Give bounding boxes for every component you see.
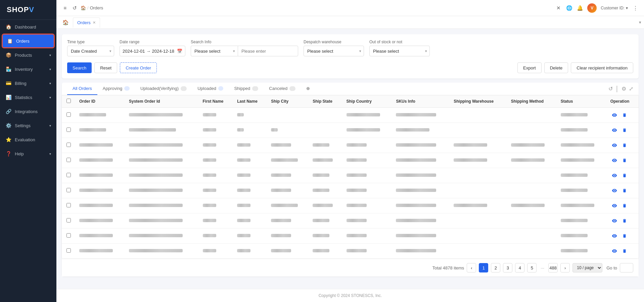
subtab-label: Shipped [234,86,250,91]
delete-row-icon[interactable] [620,126,629,134]
delete-row-icon[interactable] [620,156,629,164]
close-icon[interactable]: ✕ [555,5,562,11]
view-icon[interactable] [610,141,618,149]
sidebar-item-statistics[interactable]: 📊 Statistics ▾ [0,90,56,104]
dashboard-icon: 🏠 [5,24,11,30]
column-settings-icon[interactable]: │ [615,86,619,92]
page-4-button[interactable]: 4 [515,263,524,272]
breadcrumb-home-icon[interactable]: 🏠 [81,5,86,10]
delete-row-icon[interactable] [620,202,629,210]
chevron-down-icon: ▾ [49,67,51,71]
time-type-select[interactable]: Date Created Date Updated Date Shipped [67,46,114,56]
subtab-uploaded[interactable]: Uploaded [192,83,229,95]
close-tab-icon[interactable]: ✕ [93,20,96,25]
gear-icon[interactable]: ⚙ [622,86,626,92]
view-icon[interactable] [610,156,618,164]
select-all-col [62,95,75,108]
sidebar-item-inventory[interactable]: 🏪 Inventory ▾ [0,62,56,76]
home-tab-icon[interactable]: 🏠 [59,19,72,26]
create-order-button[interactable]: Create Order [120,62,157,73]
sidebar-item-orders[interactable]: 📋 Orders [3,35,54,47]
sidebar-item-settings[interactable]: ⚙️ Settings ▾ [0,118,56,133]
collapse-icon[interactable]: ▾ [639,20,641,25]
sidebar-item-products[interactable]: 📦 Products ▾ [0,48,56,62]
refresh-icon[interactable]: ↺ [71,5,78,11]
chevron-down-icon: ▾ [49,124,51,128]
view-icon[interactable] [610,111,618,119]
delete-button[interactable]: Delete [544,62,568,73]
row-checkbox[interactable] [66,158,71,162]
out-of-stock-select[interactable]: Please select [369,46,430,56]
clear-recipient-button[interactable]: Clear recipient information [571,62,633,73]
goto-input[interactable] [620,263,633,272]
view-icon[interactable] [610,202,618,210]
delete-row-icon[interactable] [620,247,629,255]
subtab-more[interactable]: ⊕ [301,83,315,95]
refresh-table-icon[interactable]: ↺ [608,86,613,92]
search-button[interactable]: Search [67,62,92,73]
row-checkbox[interactable] [66,218,71,222]
menu-icon[interactable]: ≡ [62,5,68,11]
table-cell [309,183,342,198]
table-cell [309,198,342,213]
delete-row-icon[interactable] [620,217,629,225]
bell-icon[interactable]: 🔔 [577,5,583,11]
delete-row-icon[interactable] [620,111,629,119]
delete-row-icon[interactable] [620,232,629,240]
search-info-input[interactable] [238,46,298,56]
sidebar-item-integrations[interactable]: 🔗 Integrations [0,104,56,118]
view-icon[interactable] [610,126,618,134]
chevron-down-icon[interactable]: ▾ [626,6,628,10]
despatch-select[interactable]: Please select [304,46,364,56]
delete-row-icon[interactable] [620,187,629,195]
tab-orders[interactable]: Orders ✕ [73,17,100,28]
row-checkbox[interactable] [66,233,71,238]
search-info-select[interactable]: Please select Order ID System Order Id [191,46,238,56]
search-info-label: Search Info [191,40,298,44]
export-button[interactable]: Export [517,62,542,73]
prev-page-button[interactable]: ‹ [467,263,476,272]
last-page-button[interactable]: 488 [548,263,558,272]
row-checkbox[interactable] [66,173,71,177]
subtab-uploaded-verifying[interactable]: Uploaded(Verifying) [135,83,192,95]
row-checkbox[interactable] [66,112,71,117]
page-5-button[interactable]: 5 [527,263,537,272]
next-page-button[interactable]: › [560,263,570,272]
table-cell [450,168,507,183]
page-3-button[interactable]: 3 [503,263,512,272]
table-cell [342,198,392,213]
sidebar-item-help[interactable]: ❓ Help ▾ [0,147,56,161]
table-cell [233,138,267,153]
sidebar-item-evaluation[interactable]: ⭐ Evaluation [0,133,56,147]
view-icon[interactable] [610,232,618,240]
page-2-button[interactable]: 2 [491,263,500,272]
table-row [62,153,639,168]
view-icon[interactable] [610,171,618,180]
row-checkbox[interactable] [66,128,71,132]
subtab-canceled[interactable]: Canceled [264,83,301,95]
sidebar-item-label: Orders [16,39,30,44]
date-range-picker[interactable]: 2024-12-01 → 2024-12-18 📅 [120,46,185,56]
select-all-checkbox[interactable] [66,99,71,103]
reset-button[interactable]: Reset [94,62,117,73]
sidebar-item-billing[interactable]: 💳 Billing ▾ [0,76,56,90]
more-icon[interactable]: ⋮ [632,5,639,11]
per-page-select[interactable]: 10 / page 20 / page 50 / page [572,263,602,272]
view-icon[interactable] [610,247,618,255]
delete-row-icon[interactable] [620,141,629,149]
page-1-button[interactable]: 1 [479,263,488,272]
fullscreen-icon[interactable]: ⤢ [629,86,633,92]
col-ship-city: Ship City [267,95,309,108]
row-checkbox[interactable] [66,203,71,207]
subtab-shipped[interactable]: Shipped [229,83,264,95]
sidebar-item-dashboard[interactable]: 🏠 Dashboard [0,20,56,34]
row-checkbox[interactable] [66,188,71,192]
view-icon[interactable] [610,187,618,195]
subtab-approving[interactable]: Approving [97,83,135,95]
globe-icon[interactable]: 🌐 [566,5,572,11]
view-icon[interactable] [610,217,618,225]
subtab-all-orders[interactable]: All Orders [67,83,97,95]
row-checkbox[interactable] [66,143,71,147]
row-checkbox[interactable] [66,248,71,253]
delete-row-icon[interactable] [620,171,629,180]
